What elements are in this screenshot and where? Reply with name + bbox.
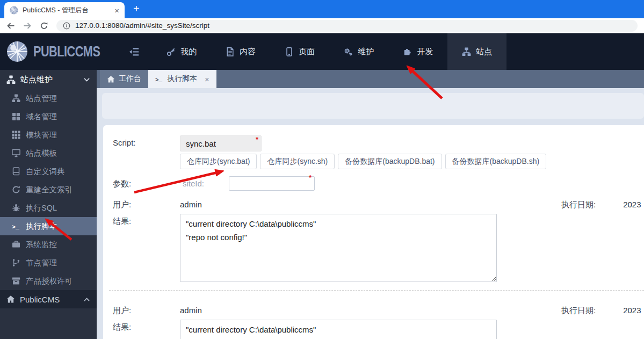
script-preset-buttons: 仓库同步(sync.bat)仓库同步(sync.sh)备份数据库(backupD… [180, 154, 546, 169]
sidebar-item[interactable]: 域名管理 [0, 107, 97, 126]
svg-text:>_: >_ [12, 223, 19, 230]
sidebar-item-label: 执行SQL [26, 203, 57, 213]
script-form-card: Script: * 仓库同步(sync.bat)仓库同步(sync.sh)备份数… [103, 125, 644, 339]
script-preset-button[interactable]: 备份数据库(backupDB.bat) [338, 154, 442, 169]
sidebar-item-label: 执行脚本 [26, 221, 57, 232]
browser-tab-title: PublicCMS - 管理后台 [23, 6, 110, 15]
script-preset-button[interactable]: 备份数据库(backupDB.sh) [445, 154, 547, 169]
sidebar-footer-publiccms[interactable]: PublicCMS [0, 290, 97, 308]
sidebar-item[interactable]: 重建全文索引 [0, 181, 97, 199]
sidebar-section-label: 站点维护 [20, 75, 53, 85]
script-field-col: * 仓库同步(sync.bat)仓库同步(sync.sh)备份数据库(backu… [180, 135, 546, 169]
address-bar[interactable]: 127.0.0.1:8080/admin/#site_sysSite/scrip… [56, 20, 638, 32]
top-nav-item[interactable]: 维护 [329, 33, 388, 70]
script-input[interactable] [180, 135, 262, 152]
user-label: 用户: [113, 303, 180, 316]
sidebar-item[interactable]: 模块管理 [0, 126, 97, 144]
sidebar-item[interactable]: 系统监控 [0, 235, 97, 254]
publiccms-logo-icon [6, 41, 28, 62]
param-row: 参数: siteId: * [113, 176, 644, 191]
sidebar-item-label: 节点管理 [26, 258, 57, 268]
back-icon[interactable] [6, 21, 15, 30]
user-value: admin [180, 303, 202, 315]
url-text: 127.0.0.1:8080/admin/#site_sysSite/scrip… [75, 21, 209, 30]
th-icon [12, 131, 20, 139]
user-value: admin [180, 197, 202, 209]
book-icon [12, 167, 20, 176]
script-preset-button[interactable]: 仓库同步(sync.bat) [180, 154, 257, 169]
result-textarea[interactable] [180, 320, 497, 339]
sidebar-item[interactable]: >_执行脚本 [0, 217, 97, 235]
sidebar-items: 站点管理域名管理模块管理站点模板自定义词典重建全文索引执行SQL>_执行脚本系统… [0, 89, 97, 290]
siteid-input[interactable] [229, 176, 315, 191]
exec-date-value: 2023 [623, 303, 642, 316]
app-header: PUBLICCMS 我的内容页面维护开发站点 [0, 33, 644, 70]
top-nav-item[interactable]: 页面 [270, 33, 329, 70]
toolbar-panel [102, 93, 644, 119]
result-label: 结果: [113, 214, 180, 227]
tab-close-icon[interactable]: × [114, 6, 119, 15]
script-log-records: 用户: admin 执行日期: 2023 结果: 用户: admin 执行日期:… [113, 197, 644, 339]
top-nav-item[interactable]: 内容 [211, 33, 270, 70]
puzzle-icon [403, 47, 412, 56]
refresh-icon [12, 185, 20, 194]
param-field-name: siteId: [180, 176, 229, 188]
top-nav-item[interactable]: 开发 [388, 33, 447, 70]
top-nav-label: 内容 [240, 47, 256, 57]
top-nav-label: 开发 [417, 47, 433, 57]
sidebar: 站点维护 站点管理域名管理模块管理站点模板自定义词典重建全文索引执行SQL>_执… [0, 70, 97, 339]
home-icon [107, 75, 115, 83]
sidebar-item[interactable]: 产品授权许可 [0, 272, 97, 290]
top-nav: 我的内容页面维护开发站点 [152, 33, 506, 70]
workspace-tab[interactable]: 工作台 [100, 70, 148, 88]
sidebar-item-label: 模块管理 [26, 130, 57, 140]
sidebar-item[interactable]: 节点管理 [0, 254, 97, 272]
result-textarea[interactable] [180, 214, 497, 282]
sidebar-filler [0, 308, 97, 339]
sidebar-item[interactable]: 站点管理 [0, 89, 97, 107]
sidebar-footer-label: PublicCMS [20, 295, 60, 304]
sidebar-item-label: 站点模板 [26, 148, 57, 158]
sitemap-icon [462, 47, 471, 56]
workspace-tabstrip: 工作台>_执行脚本× [97, 70, 644, 88]
script-preset-button[interactable]: 仓库同步(sync.sh) [260, 154, 335, 169]
branch-icon [12, 258, 20, 267]
briefcase-icon [12, 240, 20, 249]
sidebar-item-label: 系统监控 [26, 240, 57, 250]
sidebar-item[interactable]: 执行SQL [0, 199, 97, 217]
th-large-icon [12, 112, 20, 121]
home-icon [6, 295, 15, 304]
chevron-down-icon [83, 76, 90, 83]
outdent-icon [129, 47, 139, 57]
top-nav-label: 页面 [299, 47, 315, 57]
required-asterisk: * [256, 135, 258, 143]
tab-close-icon[interactable]: × [205, 75, 209, 83]
workspace-tab[interactable]: >_执行脚本× [148, 70, 216, 88]
browser-tab[interactable]: PublicCMS - 管理后台 × [4, 2, 125, 18]
reload-icon[interactable] [40, 21, 48, 30]
publiccms-favicon-icon [10, 6, 18, 15]
file-icon [226, 47, 235, 56]
terminal-icon: >_ [155, 75, 163, 83]
svg-text:>_: >_ [155, 76, 162, 83]
sidebar-section-header[interactable]: 站点维护 [0, 70, 97, 89]
top-nav-item[interactable]: 我的 [152, 33, 211, 70]
sitemap-icon [6, 75, 16, 84]
brand-wordmark: PUBLICCMS [33, 42, 100, 60]
script-label: Script: [113, 135, 180, 147]
sidebar-item-label: 站点管理 [26, 93, 57, 104]
top-nav-label: 站点 [476, 47, 492, 57]
chevron-up-icon [83, 296, 90, 303]
script-log-record: 用户: admin 执行日期: 2023 结果: [109, 290, 644, 339]
sidebar-toggle-button[interactable] [116, 33, 152, 70]
key-icon [167, 47, 176, 56]
sidebar-item[interactable]: 站点模板 [0, 144, 97, 162]
exec-date-value: 2023 [623, 197, 642, 210]
mobile-icon [285, 47, 294, 56]
top-nav-item[interactable]: 站点 [447, 33, 506, 70]
info-icon[interactable] [63, 22, 70, 30]
sidebar-item[interactable]: 自定义词典 [0, 162, 97, 181]
forward-icon[interactable] [23, 21, 32, 30]
param-label: 参数: [113, 176, 180, 189]
new-tab-button[interactable]: + [133, 3, 140, 14]
